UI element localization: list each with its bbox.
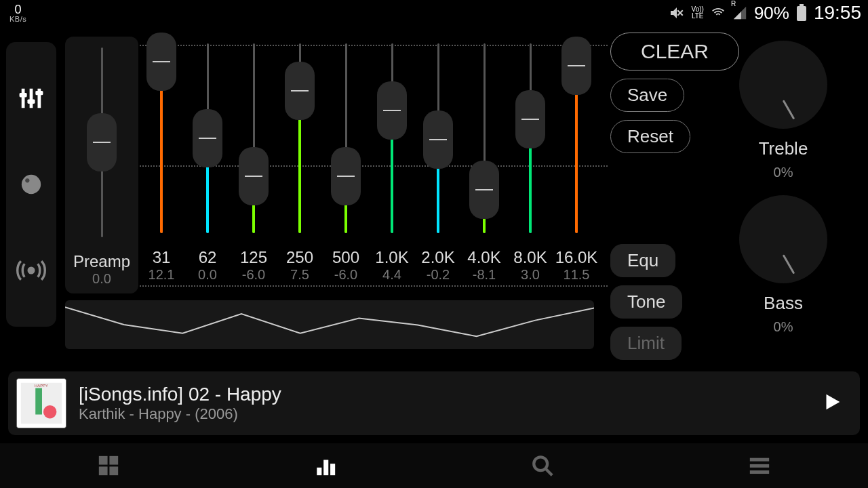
treble-knob[interactable] — [739, 41, 827, 129]
eq-band-4.0K[interactable]: 4.0K -8.1 — [461, 37, 507, 293]
svg-rect-17 — [109, 456, 118, 465]
bass-label: Bass — [764, 293, 803, 314]
play-icon — [821, 390, 844, 413]
nav-equalizer[interactable] — [309, 449, 342, 482]
nav-search[interactable] — [526, 449, 559, 482]
treble-label: Treble — [759, 138, 808, 159]
knob-icon — [20, 173, 43, 196]
tab-equalizer[interactable] — [15, 82, 47, 115]
band-gain: 12.1 — [149, 267, 175, 283]
svg-point-9 — [25, 178, 29, 182]
svg-rect-19 — [109, 466, 118, 475]
svg-rect-27 — [750, 470, 769, 474]
bars-icon — [314, 454, 337, 477]
svg-rect-16 — [99, 456, 108, 465]
svg-rect-26 — [750, 464, 769, 468]
eq-response-graph — [65, 300, 594, 349]
bass-value: 0% — [774, 319, 793, 335]
battery-icon — [796, 4, 807, 22]
bass-knob[interactable] — [739, 195, 827, 283]
status-bar: 0 KB/s Vo)) LTE R 90% 19:55 — [0, 0, 868, 26]
svg-rect-2 — [22, 89, 25, 108]
volte-icon: Vo)) LTE — [692, 6, 704, 20]
speed-unit: KB/s — [9, 16, 26, 23]
reset-button[interactable]: Reset — [610, 120, 690, 153]
eq-band-16.0K[interactable]: 16.0K 11.5 — [553, 37, 599, 293]
eq-band-500[interactable]: 500 -6.0 — [323, 37, 369, 293]
svg-line-24 — [545, 468, 552, 475]
treble-value: 0% — [774, 165, 793, 180]
surround-icon — [16, 259, 46, 282]
search-icon — [531, 454, 554, 477]
band-freq: 8.0K — [513, 248, 547, 267]
band-gain: 3.0 — [521, 267, 540, 283]
svg-rect-6 — [27, 100, 35, 104]
svg-rect-13 — [35, 388, 42, 415]
clock: 19:55 — [814, 2, 861, 24]
preamp-value: 0.0 — [92, 271, 111, 287]
svg-point-8 — [22, 175, 41, 194]
band-freq: 500 — [332, 248, 359, 267]
band-gain: -8.1 — [473, 267, 496, 283]
tone-toggle[interactable]: Tone — [610, 285, 682, 319]
track-subtitle: Karthik - Happy - (2006) — [79, 405, 808, 423]
svg-rect-20 — [317, 468, 321, 475]
now-playing-bar[interactable]: HAPPY [iSongs.info] 02 - Happy Karthik -… — [8, 371, 860, 435]
eq-band-125[interactable]: 125 -6.0 — [231, 37, 277, 293]
grid-icon — [97, 454, 120, 477]
band-gain: 4.4 — [382, 267, 401, 283]
svg-point-23 — [534, 457, 547, 470]
speed-value: 0 — [15, 3, 22, 16]
svg-rect-5 — [20, 93, 27, 97]
band-freq: 1.0K — [375, 248, 408, 267]
eq-band-250[interactable]: 250 7.5 — [277, 37, 323, 293]
eq-band-1.0K[interactable]: 1.0K 4.4 — [369, 37, 415, 293]
play-button[interactable] — [821, 390, 844, 416]
band-freq: 250 — [286, 248, 313, 267]
equ-toggle[interactable]: Equ — [610, 244, 675, 277]
band-gain: -6.0 — [242, 267, 265, 283]
mute-icon — [669, 5, 685, 21]
sliders-icon — [18, 85, 44, 111]
eq-band-8.0K[interactable]: 8.0K 3.0 — [507, 37, 553, 293]
preamp-label: Preamp — [73, 252, 130, 271]
band-freq: 62 — [199, 248, 217, 267]
wifi-icon — [711, 5, 726, 20]
tab-surround[interactable] — [15, 254, 47, 287]
band-freq: 31 — [153, 248, 171, 267]
svg-rect-0 — [797, 6, 806, 21]
equalizer: Preamp 0.0 31 12.1 62 0.0 125 -6.0 — [65, 37, 608, 293]
nav-library[interactable] — [92, 449, 125, 482]
svg-rect-1 — [800, 4, 804, 6]
svg-rect-25 — [750, 458, 769, 462]
band-gain: -0.2 — [427, 267, 450, 283]
band-gain: 0.0 — [198, 267, 217, 283]
svg-text:HAPPY: HAPPY — [35, 384, 48, 388]
band-gain: 7.5 — [290, 267, 309, 283]
eq-band-2.0K[interactable]: 2.0K -0.2 — [415, 37, 461, 293]
nav-menu[interactable] — [743, 449, 776, 482]
bottom-nav — [0, 443, 868, 488]
svg-point-14 — [43, 405, 56, 418]
network-speed: 0 KB/s — [9, 3, 26, 23]
band-freq: 4.0K — [467, 248, 500, 267]
svg-rect-7 — [35, 91, 43, 95]
album-art: HAPPY — [16, 378, 66, 428]
band-freq: 2.0K — [421, 248, 454, 267]
hamburger-icon — [748, 454, 771, 477]
svg-point-10 — [28, 266, 35, 274]
svg-rect-3 — [30, 89, 33, 108]
save-button[interactable]: Save — [610, 79, 684, 112]
preamp-slider[interactable]: Preamp 0.0 — [65, 37, 138, 293]
eq-band-62[interactable]: 62 0.0 — [184, 37, 231, 293]
eq-band-31[interactable]: 31 12.1 — [138, 37, 184, 293]
svg-rect-21 — [323, 460, 328, 476]
signal-icon: R — [732, 5, 747, 20]
band-freq: 16.0K — [555, 248, 598, 267]
battery-percent: 90% — [754, 3, 789, 24]
limit-toggle[interactable]: Limit — [610, 327, 682, 360]
track-title: [iSongs.info] 02 - Happy — [79, 384, 808, 405]
tab-balance[interactable] — [15, 168, 47, 201]
band-freq: 125 — [240, 248, 267, 267]
svg-rect-22 — [330, 464, 335, 475]
